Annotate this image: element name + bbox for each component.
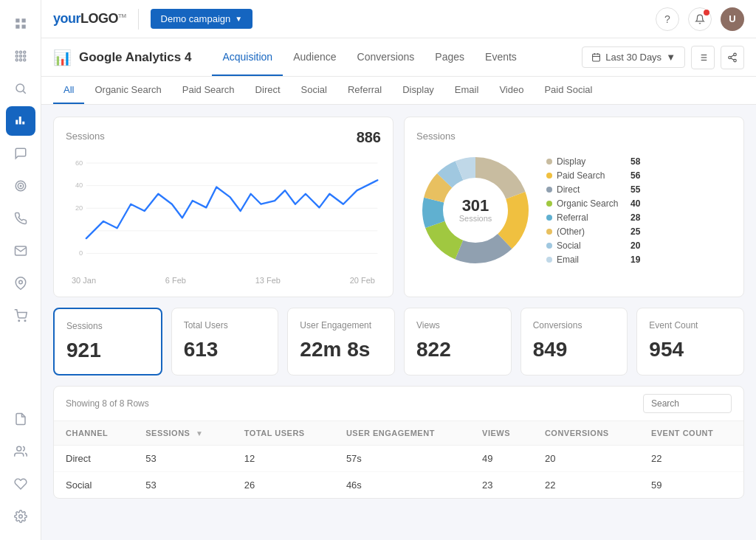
col-header-total-users: Total Users (233, 421, 334, 446)
legend-direct: Direct 55 (546, 184, 640, 195)
sidebar-icon-settings[interactable] (6, 502, 35, 531)
legend-dot-direct (546, 187, 552, 193)
stat-card-event-count[interactable]: Event Count 954 (636, 308, 744, 375)
view-toggle-button[interactable] (691, 46, 715, 69)
stat-card-sessions[interactable]: Sessions 921 (53, 308, 162, 375)
svg-rect-23 (593, 54, 600, 61)
legend-dot-email (546, 257, 552, 263)
line-chart-svg: 60 40 20 0 (66, 152, 381, 270)
sidebar-icon-plugin[interactable] (6, 469, 35, 499)
sidebar-icon-users[interactable] (6, 437, 35, 466)
tab-events[interactable]: Events (475, 39, 527, 76)
cell-engagement: 46s (334, 472, 470, 499)
channel-tab-organic[interactable]: Organic Search (84, 77, 171, 104)
channel-tab-display[interactable]: Display (392, 77, 444, 104)
svg-point-22 (18, 515, 22, 519)
demo-campaign-button[interactable]: Demo campaign ▼ (151, 9, 253, 29)
table-row: Social 53 26 46s 23 22 59 (54, 472, 743, 499)
sidebar-icon-search[interactable] (6, 74, 35, 103)
stat-card-conversions[interactable]: Conversions 849 (520, 308, 628, 375)
data-table: Channel Sessions ▼ Total Users User Enga… (54, 421, 743, 498)
sidebar-icon-grid[interactable] (6, 9, 35, 38)
stat-value-event-count: 954 (649, 338, 732, 361)
sidebar-icon-phone[interactable] (6, 204, 35, 233)
channel-tab-video[interactable]: Video (489, 77, 534, 104)
channel-tab-direct[interactable]: Direct (245, 77, 291, 104)
channel-tab-email[interactable]: Email (444, 77, 489, 104)
sidebar-icon-email[interactable] (6, 236, 35, 266)
stat-card-views[interactable]: Views 822 (404, 308, 512, 375)
channel-tab-social[interactable]: Social (291, 77, 337, 104)
sidebar-icon-location[interactable] (6, 269, 35, 298)
legend-dot-social (546, 243, 552, 249)
svg-rect-0 (16, 18, 19, 22)
svg-rect-3 (21, 25, 25, 29)
donut-center: 301 Sessions (459, 198, 492, 223)
x-label-3: 13 Feb (255, 276, 281, 285)
sidebar-icon-apps[interactable] (6, 41, 35, 71)
col-header-engagement: User Engagement (334, 421, 470, 446)
tab-conversions[interactable]: Conversions (347, 39, 425, 76)
legend-social: Social 20 (546, 240, 640, 251)
svg-text:60: 60 (75, 159, 83, 167)
stat-label-sessions: Sessions (66, 321, 149, 331)
legend-referral: Referral 28 (546, 212, 640, 223)
cell-conversions: 20 (533, 446, 639, 472)
sidebar-icon-analytics[interactable] (6, 106, 35, 136)
donut-area: 301 Sessions Display 58 Paid Search (416, 151, 732, 269)
header-actions: Last 30 Days ▼ (582, 46, 744, 69)
page-title: Google Analytics 4 (79, 50, 191, 65)
cell-views: 23 (470, 472, 533, 499)
donut-chart-title: Sessions (416, 131, 456, 142)
svg-point-10 (16, 59, 18, 61)
x-label-4: 20 Feb (350, 276, 375, 285)
svg-point-5 (19, 51, 21, 53)
sidebar-icon-chat[interactable] (6, 139, 35, 168)
stat-card-user-engagement[interactable]: User Engagement 22m 8s (287, 308, 395, 375)
chart-legend: Display 58 Paid Search 56 Direct 55 (546, 156, 640, 265)
svg-point-8 (19, 55, 21, 58)
date-range-button[interactable]: Last 30 Days ▼ (582, 46, 685, 68)
tab-pages[interactable]: Pages (425, 39, 475, 76)
x-label-2: 6 Feb (165, 276, 186, 285)
tab-audience[interactable]: Audience (283, 39, 346, 76)
cell-views: 49 (470, 446, 533, 472)
svg-point-6 (23, 51, 25, 53)
col-header-sessions[interactable]: Sessions ▼ (134, 421, 233, 446)
help-button[interactable]: ? (656, 7, 679, 31)
main-content: yourLOGOTM Demo campaign ▼ ? U 📊 Google … (41, 0, 756, 540)
channel-tab-referral[interactable]: Referral (337, 77, 392, 104)
stat-card-total-users[interactable]: Total Users 613 (171, 308, 279, 375)
col-header-events: Event Count (639, 421, 743, 446)
user-avatar[interactable]: U (721, 7, 744, 31)
svg-point-11 (19, 59, 21, 61)
legend-dot-other (546, 229, 552, 235)
channel-tab-all[interactable]: All (53, 77, 84, 104)
content-area: Sessions 886 60 40 20 0 (41, 105, 756, 540)
date-dropdown-icon: ▼ (666, 52, 676, 63)
share-button[interactable] (721, 46, 744, 69)
svg-point-34 (729, 56, 732, 59)
legend-organic-search: Organic Search 40 (546, 198, 640, 209)
logo: yourLOGOTM (53, 11, 126, 27)
bell-icon (695, 14, 705, 24)
x-label-1: 30 Jan (72, 276, 96, 285)
sidebar-icon-cart[interactable] (6, 301, 35, 330)
donut-container: 301 Sessions (416, 151, 535, 269)
notifications-button[interactable] (688, 7, 712, 31)
topnav: yourLOGOTM Demo campaign ▼ ? U (41, 0, 756, 38)
channel-tab-paid-social[interactable]: Paid Social (534, 77, 602, 104)
channel-tab-paid-search[interactable]: Paid Search (172, 77, 245, 104)
tab-acquisition[interactable]: Acquisition (212, 39, 283, 76)
sessions-donut-chart-card: Sessions (404, 117, 744, 297)
sidebar-icon-file[interactable] (6, 404, 35, 434)
donut-center-value: 301 (459, 198, 492, 214)
cell-channel: Direct (54, 446, 134, 472)
svg-point-4 (16, 51, 18, 53)
sidebar-icon-target[interactable] (6, 171, 35, 201)
subheader: 📊 Google Analytics 4 Acquisition Audienc… (41, 38, 756, 77)
svg-point-35 (734, 59, 737, 62)
svg-line-36 (731, 58, 734, 59)
table-search-input[interactable] (643, 394, 732, 413)
cell-users: 26 (233, 472, 334, 499)
